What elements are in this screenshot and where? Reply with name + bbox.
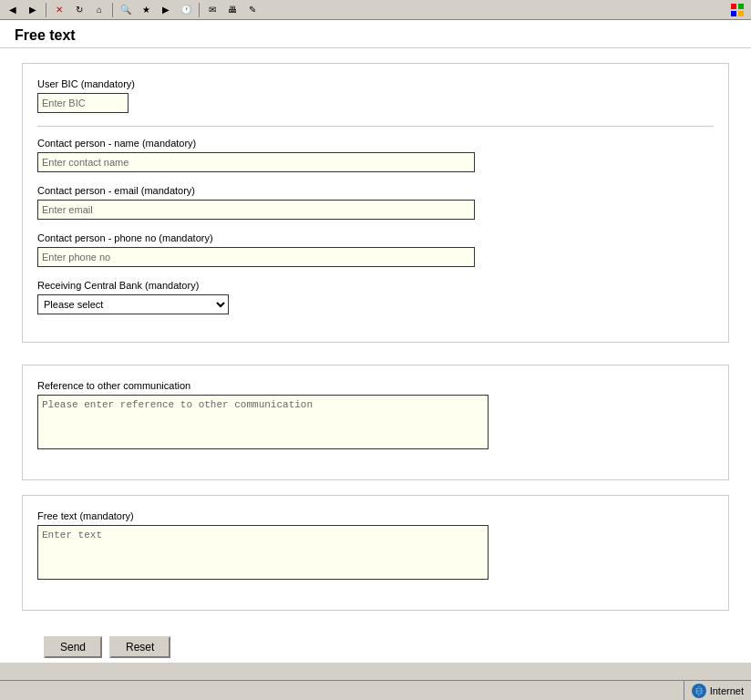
receiving-bank-label: Receiving Central Bank (mandatory) <box>37 280 714 291</box>
divider1 <box>37 126 714 127</box>
free-text-textarea-wrapper <box>37 525 489 582</box>
status-internet: Internet <box>684 681 744 700</box>
favorites-icon: ★ <box>142 5 150 15</box>
user-bic-label: User BIC (mandatory) <box>37 78 714 89</box>
toolbar-back-btn[interactable]: ◀ <box>4 2 22 18</box>
toolbar-sep1 <box>46 3 46 17</box>
free-text-textarea[interactable] <box>37 525 489 580</box>
contact-email-input[interactable] <box>37 200 475 220</box>
contact-email-label: Contact person - email (mandatory) <box>37 185 714 196</box>
toolbar-print-btn[interactable]: 🖶 <box>223 2 242 18</box>
contact-name-group: Contact person - name (mandatory) <box>37 138 714 172</box>
user-bic-group: User BIC (mandatory) <box>37 78 714 113</box>
reference-textarea-wrapper <box>37 395 489 452</box>
reset-button[interactable]: Reset <box>109 636 170 658</box>
toolbar-refresh-btn[interactable]: ↻ <box>70 2 88 18</box>
internet-label: Internet <box>710 685 744 696</box>
toolbar-home-btn[interactable]: ⌂ <box>90 2 108 18</box>
free-text-label: Free text (mandatory) <box>37 510 714 521</box>
edit-icon: ✎ <box>249 5 256 15</box>
toolbar-search-btn[interactable]: 🔍 <box>117 2 135 18</box>
reference-label: Reference to other communication <box>37 380 714 391</box>
reference-textarea[interactable] <box>37 395 489 449</box>
toolbar-sep2 <box>112 3 113 17</box>
toolbar-media-btn[interactable]: ▶ <box>157 2 175 18</box>
toolbar-forward-btn[interactable]: ▶ <box>24 2 42 18</box>
free-text-group: Free text (mandatory) <box>37 510 714 582</box>
main-content: User BIC (mandatory) Contact person - na… <box>0 48 751 663</box>
spacer1 <box>22 357 729 365</box>
free-text-section: Free text (mandatory) <box>22 495 729 611</box>
form-container: User BIC (mandatory) Contact person - na… <box>0 48 751 663</box>
ie-globe-icon <box>692 684 706 698</box>
home-icon: ⌂ <box>97 5 102 15</box>
contact-phone-group: Contact person - phone no (mandatory) <box>37 232 714 267</box>
history-icon: 🕐 <box>180 5 191 15</box>
forward-icon: ▶ <box>29 5 36 15</box>
toolbar-mail-btn[interactable]: ✉ <box>203 2 221 18</box>
windows-logo <box>727 0 747 20</box>
contact-phone-input[interactable] <box>37 247 475 267</box>
refresh-icon: ↻ <box>76 5 83 15</box>
send-button[interactable]: Send <box>44 636 102 658</box>
toolbar-sep3 <box>199 3 200 17</box>
title-bar: Free text <box>0 20 751 48</box>
stop-icon: ✕ <box>56 5 63 15</box>
contact-phone-label: Contact person - phone no (mandatory) <box>37 232 714 243</box>
print-icon: 🖶 <box>228 5 237 15</box>
toolbar-history-btn[interactable]: 🕐 <box>177 2 195 18</box>
reference-group: Reference to other communication <box>37 380 714 452</box>
contact-section: User BIC (mandatory) Contact person - na… <box>22 63 729 343</box>
contact-email-group: Contact person - email (mandatory) <box>37 185 714 220</box>
contact-name-label: Contact person - name (mandatory) <box>37 138 714 149</box>
user-bic-input[interactable] <box>37 93 129 113</box>
reference-section: Reference to other communication <box>22 365 729 480</box>
button-bar: Send Reset <box>22 625 729 663</box>
receiving-bank-select[interactable]: Please select <box>37 294 229 314</box>
page-title: Free text <box>15 27 736 44</box>
media-icon: ▶ <box>162 5 170 15</box>
search-icon: 🔍 <box>120 5 131 15</box>
contact-name-input[interactable] <box>37 152 475 172</box>
mail-icon: ✉ <box>209 5 216 15</box>
toolbar-edit-btn[interactable]: ✎ <box>243 2 262 18</box>
toolbar-stop-btn[interactable]: ✕ <box>50 2 68 18</box>
back-icon: ◀ <box>9 5 16 15</box>
toolbar: ◀ ▶ ✕ ↻ ⌂ 🔍 ★ ▶ 🕐 ✉ 🖶 ✎ <box>0 0 751 20</box>
receiving-bank-group: Receiving Central Bank (mandatory) Pleas… <box>37 280 714 314</box>
status-bar: Internet <box>0 680 751 700</box>
toolbar-favorites-btn[interactable]: ★ <box>137 2 155 18</box>
